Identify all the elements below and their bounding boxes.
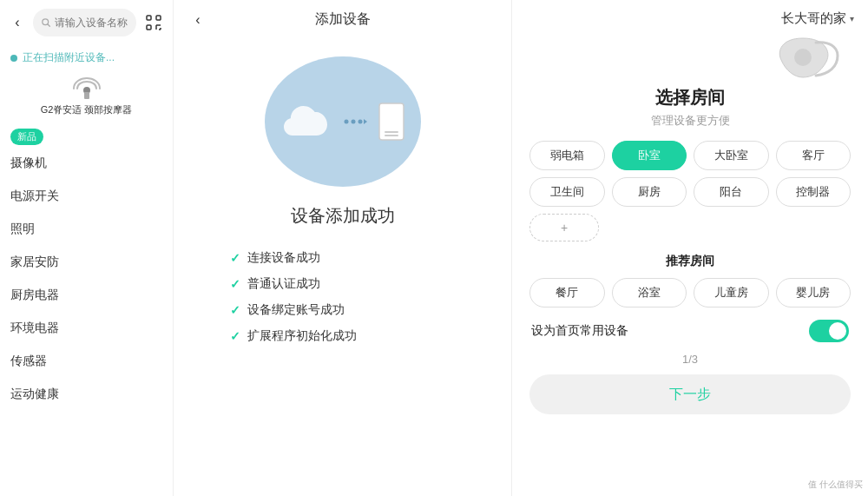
- room-grid: 弱电箱 卧室 大卧室 客厅 卫生间 厨房 阳台 控制器: [529, 141, 851, 207]
- device-item[interactable]: G2脊安适 颈部按摩器: [0, 69, 173, 123]
- success-item-3: ✓ 扩展程序初始化成功: [230, 323, 456, 349]
- check-icon-2: ✓: [230, 303, 240, 317]
- success-item-2: ✓ 设备绑定账号成功: [230, 297, 456, 323]
- svg-rect-3: [156, 16, 161, 20]
- device-image-area: [529, 34, 851, 82]
- recommend-section: 推荐房间 餐厅 浴室 儿童房 婴儿房: [529, 254, 851, 308]
- svg-point-12: [351, 120, 355, 124]
- page-indicator: 1/3: [682, 353, 698, 366]
- room-select-title: 选择房间: [655, 86, 725, 109]
- back-button-left[interactable]: ‹: [7, 12, 28, 33]
- svg-marker-14: [364, 119, 367, 124]
- category-security[interactable]: 家居安防: [0, 246, 173, 279]
- scanning-status: 正在扫描附近设备...: [0, 45, 173, 69]
- recommend-grid: 餐厅 浴室 儿童房 婴儿房: [529, 278, 851, 308]
- room-tag-0[interactable]: 弱电箱: [529, 141, 605, 170]
- middle-content: 设备添加成功 ✓ 连接设备成功 ✓ 普通认证成功 ✓ 设备绑定账号成功 ✓ 扩展…: [174, 39, 511, 496]
- category-power[interactable]: 电源开关: [0, 180, 173, 213]
- right-content: 选择房间 管理设备更方便 弱电箱 卧室 大卧室 客厅 卫生间 厨房 阳台 控制器…: [512, 34, 868, 496]
- search-icon: [42, 17, 50, 28]
- left-panel: ‹ 正在扫描附近设备...: [0, 0, 174, 496]
- search-bar: ‹: [0, 0, 173, 45]
- search-input[interactable]: [55, 17, 128, 29]
- transfer-arrow: [343, 116, 367, 128]
- check-icon-1: ✓: [230, 277, 240, 291]
- device-illustration: [764, 34, 842, 82]
- category-sports[interactable]: 运动健康: [0, 378, 173, 411]
- dropdown-arrow-icon: ▾: [850, 14, 854, 23]
- add-room-button[interactable]: +: [529, 214, 599, 241]
- scanning-dot: [10, 55, 17, 62]
- watermark: 值 什么值得买: [808, 479, 863, 491]
- homepage-label: 设为首页常用设备: [531, 323, 628, 339]
- middle-header: ‹ 添加设备: [174, 0, 511, 39]
- next-step-button[interactable]: 下一步: [529, 374, 851, 414]
- room-select-subtitle: 管理设备更方便: [651, 113, 730, 129]
- svg-point-11: [344, 120, 348, 124]
- room-tag-7[interactable]: 控制器: [776, 177, 852, 207]
- svg-rect-15: [379, 103, 404, 140]
- check-icon-0: ✓: [230, 251, 240, 265]
- svg-rect-10: [84, 92, 89, 99]
- svg-point-13: [358, 120, 362, 124]
- svg-point-18: [794, 49, 812, 66]
- success-list: ✓ 连接设备成功 ✓ 普通认证成功 ✓ 设备绑定账号成功 ✓ 扩展程序初始化成功: [230, 245, 456, 349]
- recommend-title: 推荐房间: [529, 254, 851, 269]
- svg-rect-4: [147, 25, 151, 30]
- recommend-tag-3[interactable]: 婴儿房: [776, 278, 852, 308]
- svg-line-1: [48, 24, 50, 27]
- svg-rect-16: [385, 131, 398, 133]
- device-name: G2脊安适 颈部按摩器: [41, 103, 133, 116]
- middle-panel: ‹ 添加设备: [174, 0, 512, 496]
- svg-rect-2: [147, 16, 151, 20]
- device-icon: [69, 76, 104, 102]
- room-tag-4[interactable]: 卫生间: [529, 177, 605, 207]
- success-item-0: ✓ 连接设备成功: [230, 245, 456, 271]
- recommend-tag-2[interactable]: 儿童房: [694, 278, 769, 308]
- success-item-1: ✓ 普通认证成功: [230, 271, 456, 297]
- category-environment[interactable]: 环境电器: [0, 312, 173, 345]
- right-panel: 长大哥的家 ▾ 选择房间 管理设备更方便 弱电箱 卧室 大卧室 客厅 卫生间 厨…: [512, 0, 868, 496]
- room-tag-3[interactable]: 客厅: [776, 141, 852, 170]
- recommend-tag-0[interactable]: 餐厅: [529, 278, 605, 308]
- homepage-toggle[interactable]: [809, 320, 849, 342]
- category-sensor[interactable]: 传感器: [0, 345, 173, 378]
- room-tag-6[interactable]: 阳台: [694, 177, 769, 207]
- device-add-illustration: [265, 56, 421, 187]
- home-name[interactable]: 长大哥的家 ▾: [781, 10, 854, 27]
- cloud-icon: [280, 103, 332, 141]
- room-tag-5[interactable]: 厨房: [612, 177, 687, 207]
- category-kitchen[interactable]: 厨房电器: [0, 279, 173, 312]
- room-tag-1[interactable]: 卧室: [612, 141, 687, 170]
- device-rect-icon: [378, 102, 405, 142]
- check-icon-3: ✓: [230, 329, 240, 343]
- homepage-row: 设为首页常用设备: [529, 320, 851, 342]
- scan-icon[interactable]: [141, 10, 166, 35]
- right-header: 长大哥的家 ▾: [512, 0, 868, 34]
- middle-title: 添加设备: [315, 10, 371, 29]
- recommend-tag-1[interactable]: 浴室: [612, 278, 687, 308]
- back-button-middle[interactable]: ‹: [187, 10, 208, 30]
- success-title: 设备添加成功: [291, 204, 395, 228]
- room-tag-2[interactable]: 大卧室: [694, 141, 769, 170]
- category-cameras[interactable]: 摄像机: [0, 147, 173, 180]
- search-input-box[interactable]: [33, 9, 136, 36]
- new-badge: 新品: [10, 129, 43, 145]
- category-lighting[interactable]: 照明: [0, 213, 173, 246]
- svg-rect-17: [385, 135, 398, 136]
